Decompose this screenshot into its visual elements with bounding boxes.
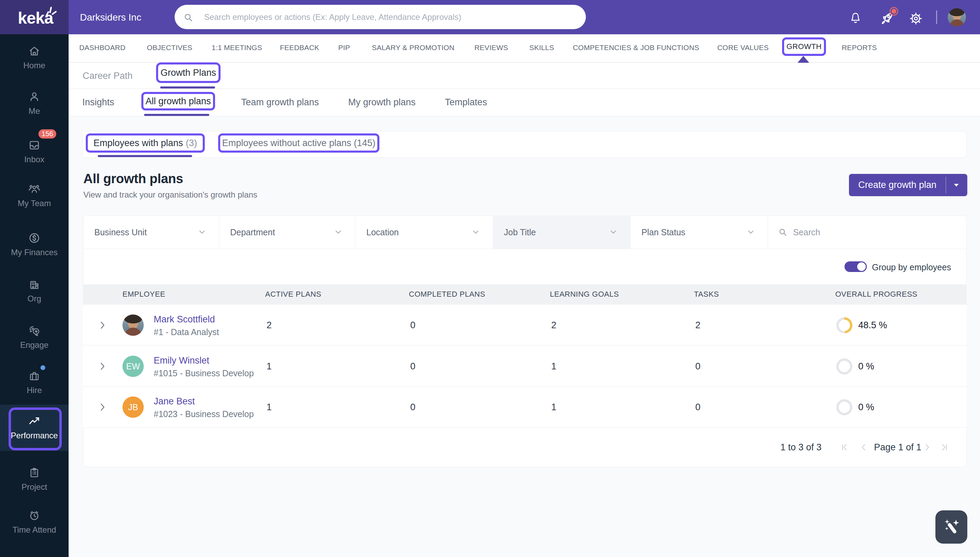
home-icon — [28, 45, 41, 57]
settings-gear-icon[interactable] — [909, 11, 923, 25]
sidebar-item-home[interactable]: Home — [0, 45, 68, 70]
nav-pip[interactable]: PIP — [338, 44, 350, 52]
employees-without-plans-label: Employees without active plans (145) — [222, 138, 375, 148]
create-dropdown-caret-icon[interactable] — [954, 184, 959, 187]
group-by-employees-toggle[interactable] — [845, 261, 867, 272]
cell-active-plans: 1 — [267, 361, 272, 372]
sidebar-item-engage[interactable]: Engage — [0, 324, 68, 350]
table-row[interactable] — [83, 387, 967, 428]
sidebar-item-my-team[interactable]: My Team — [0, 183, 68, 208]
employee-tabs-card — [82, 131, 967, 158]
nav-salary-promotion[interactable]: SALARY & PROMOTION — [372, 44, 454, 52]
sidebar-item-project[interactable]: Project — [0, 466, 68, 492]
pagination-next-icon[interactable] — [923, 443, 932, 452]
sidebar-item-time-attend[interactable]: Time Attend — [0, 509, 68, 535]
pagination-prev-icon[interactable] — [859, 443, 868, 452]
whats-new-badge-dot — [890, 8, 897, 15]
subnav-growth-plans[interactable]: Growth Plans — [156, 62, 221, 83]
sidebar-item-label: Engage — [20, 340, 49, 350]
employee-meta: #1 - Data Analyst — [154, 327, 260, 337]
filter-business-unit[interactable]: Business Unit — [94, 227, 147, 237]
performance-trend-icon — [28, 415, 41, 427]
table-row[interactable] — [83, 305, 967, 345]
tab-templates[interactable]: Templates — [445, 97, 487, 108]
cell-active-plans: 2 — [267, 320, 272, 331]
avatar-initials: JB — [128, 402, 138, 412]
employee-name-link[interactable]: Jane Best — [154, 396, 195, 407]
sidebar-item-label: Project — [21, 482, 47, 492]
col-overall-progress: OVERALL PROGRESS — [835, 290, 917, 299]
nav-skills[interactable]: SKILLS — [529, 44, 554, 52]
col-learning-goals: LEARNING GOALS — [550, 290, 619, 299]
filter-location[interactable]: Location — [366, 227, 399, 237]
nav-growth[interactable]: GROWTH — [782, 37, 826, 56]
cell-learning-goals: 2 — [551, 320, 557, 331]
nav-core-values[interactable]: CORE VALUES — [717, 44, 769, 52]
nav-feedback[interactable]: FEEDBACK — [280, 44, 319, 52]
nav-dashboard[interactable]: DASHBOARD — [79, 44, 125, 52]
hire-notification-dot — [39, 363, 47, 372]
pagination-last-icon[interactable] — [940, 443, 949, 452]
nav-objectives[interactable]: OBJECTIVES — [147, 44, 192, 52]
cell-completed-plans: 0 — [410, 361, 415, 372]
sidebar-item-label: Time Attend — [12, 525, 56, 534]
cell-tasks: 0 — [695, 361, 700, 372]
cell-tasks: 0 — [695, 402, 700, 413]
filter-divider — [219, 215, 219, 249]
chevron-down-icon — [748, 230, 754, 234]
company-name[interactable]: Darksiders Inc — [80, 12, 141, 23]
me-person-icon — [28, 91, 41, 103]
sidebar-item-label: Inbox — [24, 155, 45, 164]
nav-reports[interactable]: REPORTS — [842, 44, 877, 52]
finances-dollar-icon — [28, 232, 41, 244]
filter-divider — [768, 215, 768, 249]
tab-all-growth-plans[interactable]: All growth plans — [141, 92, 215, 111]
sidebar-item-inbox[interactable]: Inbox — [0, 139, 68, 164]
filter-job-title[interactable]: Job Title — [504, 227, 536, 237]
tab-active-indicator — [144, 114, 209, 116]
nav-competencies[interactable]: COMPETENCIES & JOB FUNCTIONS — [573, 44, 699, 52]
keka-logo-spark-icon — [45, 5, 58, 17]
sidebar-item-my-finances[interactable]: My Finances — [0, 232, 68, 257]
pagination-first-icon[interactable] — [840, 443, 849, 452]
sidebar-item-label: Home — [23, 61, 45, 70]
row-expand-chevron-icon[interactable] — [99, 319, 106, 331]
nav-reviews[interactable]: REVIEWS — [474, 44, 508, 52]
filter-divider — [493, 215, 493, 249]
tab-my-growth-plans[interactable]: My growth plans — [348, 97, 416, 108]
tab-employees-without-plans[interactable]: Employees without active plans (145) — [218, 134, 379, 153]
avatar-jane: JB — [122, 396, 144, 418]
hire-briefcase-icon — [28, 370, 41, 382]
sidebar-item-me[interactable]: Me — [0, 91, 68, 116]
employee-name-link[interactable]: Emily Winslet — [154, 355, 209, 366]
cell-active-plans: 1 — [267, 402, 272, 413]
row-expand-chevron-icon[interactable] — [99, 401, 106, 413]
row-expand-chevron-icon[interactable] — [99, 360, 106, 372]
employee-name-link[interactable]: Mark Scottfield — [154, 314, 215, 325]
tab-employees-with-plans[interactable]: Employees with plans (3) — [86, 134, 205, 153]
sidebar-item-performance[interactable]: Performance — [0, 415, 68, 440]
filter-plan-status[interactable]: Plan Status — [641, 227, 685, 237]
org-building-icon — [28, 278, 41, 290]
tab-team-growth-plans[interactable]: Team growth plans — [241, 97, 319, 108]
sidebar-item-label: My Team — [18, 199, 51, 208]
nav-1-1-meetings[interactable]: 1:1 MEETINGS — [212, 44, 262, 52]
sidebar-item-org[interactable]: Org — [0, 278, 68, 303]
project-clipboard-icon — [28, 466, 41, 479]
tab-insights[interactable]: Insights — [82, 97, 114, 108]
notifications-bell-icon[interactable] — [849, 11, 862, 26]
sidebar-item-hire[interactable]: Hire — [0, 370, 68, 395]
table-row[interactable] — [83, 346, 967, 387]
chevron-down-icon — [473, 230, 479, 234]
progress-value: 0 % — [858, 402, 874, 413]
chevron-down-icon — [335, 230, 341, 234]
user-avatar[interactable] — [948, 8, 966, 26]
filter-department[interactable]: Department — [230, 227, 275, 237]
subnav-career-path[interactable]: Career Path — [83, 71, 133, 81]
employees-with-plans-count: (3) — [186, 138, 197, 148]
employees-with-plans-indicator — [98, 155, 192, 157]
create-growth-plan-button[interactable]: Create growth plan — [849, 174, 967, 196]
table-search-input[interactable]: Search — [793, 227, 820, 237]
inbox-icon — [28, 139, 41, 151]
pagination-page-label: Page 1 of 1 — [874, 442, 921, 453]
